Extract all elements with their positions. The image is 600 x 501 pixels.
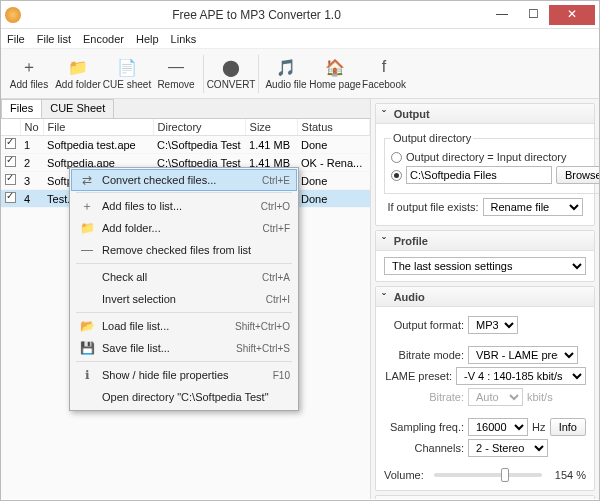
tool-cue-sheet[interactable]: 📄CUE sheet (103, 52, 151, 96)
row-checkbox[interactable] (5, 192, 16, 203)
tool-remove[interactable]: —Remove (152, 52, 200, 96)
col-status[interactable]: Status (297, 119, 369, 136)
facebook-icon: f (374, 57, 394, 77)
radio-output-same[interactable] (391, 152, 402, 163)
menu-item[interactable]: 💾Save file list...Shift+Ctrl+S (72, 337, 296, 359)
menu-item[interactable]: Check allCtrl+A (72, 266, 296, 288)
radio-output-path[interactable] (391, 170, 402, 181)
menu-item-icon: 📂 (78, 319, 96, 333)
close-button[interactable]: ✕ (549, 5, 595, 25)
col-size[interactable]: Size (245, 119, 297, 136)
menu-links[interactable]: Links (171, 33, 197, 45)
tool-audio-file[interactable]: 🎵Audio file (262, 52, 310, 96)
col-file[interactable]: File (43, 119, 153, 136)
menu-item-label: Remove checked files from list (102, 244, 284, 256)
format-select[interactable]: MP3 (468, 316, 518, 334)
bitrate-unit: kbit/s (527, 391, 553, 403)
col-dir[interactable]: Directory (153, 119, 245, 136)
menu-item-label: Add files to list... (102, 200, 255, 212)
bitrate-mode-select[interactable]: VBR - LAME preset (468, 346, 578, 364)
tool-add-folder[interactable]: 📁Add folder (54, 52, 102, 96)
menu-item-icon: ℹ (78, 368, 96, 382)
table-row[interactable]: 1Softpedia test.apeC:\Softpedia Test1.41… (1, 136, 370, 154)
lame-label: LAME preset: (384, 370, 452, 382)
menu-help[interactable]: Help (136, 33, 159, 45)
chevron-down-icon[interactable]: ˇ (382, 108, 386, 120)
menu-separator (76, 312, 292, 313)
output-dir-legend: Output directory (391, 132, 473, 144)
output-title: Output (394, 108, 430, 120)
row-checkbox[interactable] (5, 156, 16, 167)
menu-item[interactable]: 📁Add folder...Ctrl+F (72, 217, 296, 239)
channels-select[interactable]: 2 - Stereo (468, 439, 548, 457)
radio-output-same-label: Output directory = Input directory (406, 151, 567, 163)
cue-sheet-icon: 📄 (117, 57, 137, 77)
remove-icon: — (166, 57, 186, 77)
menu-item-label: Add folder... (102, 222, 257, 234)
menu-item-shortcut: Ctrl+A (262, 272, 290, 283)
menu-item-label: Save file list... (102, 342, 230, 354)
settings-pane: ˇOutput Output directory Output director… (371, 99, 599, 499)
menu-encoder[interactable]: Encoder (83, 33, 124, 45)
col-no[interactable]: No (20, 119, 43, 136)
convert-icon: ⬤ (221, 57, 241, 77)
lame-preset-select[interactable]: -V 4 : 140-185 kbit/s - Medium (456, 367, 586, 385)
exists-select[interactable]: Rename file (483, 198, 583, 216)
app-icon (5, 7, 21, 23)
menu-item[interactable]: —Remove checked files from list (72, 239, 296, 261)
volume-value: 154 % (546, 469, 586, 481)
tool-convert[interactable]: ⬤CONVERT (207, 52, 255, 96)
tab-files[interactable]: Files (1, 99, 42, 118)
menu-item-shortcut: Ctrl+E (262, 175, 290, 186)
menu-item-shortcut: Ctrl+O (261, 201, 290, 212)
additional-panel: ˇAdditional settings Range Start time of… (375, 495, 595, 499)
output-path-input[interactable] (406, 166, 552, 184)
menu-item[interactable]: ⇄Convert checked files...Ctrl+E (71, 169, 297, 191)
tab-cue-sheet[interactable]: CUE Sheet (41, 99, 114, 118)
bitrate-label: Bitrate: (384, 391, 464, 403)
hz-label: Hz (532, 421, 545, 433)
menubar: File File list Encoder Help Links (1, 29, 599, 49)
menu-item-label: Show / hide file properties (102, 369, 267, 381)
menu-separator (76, 263, 292, 264)
menu-item[interactable]: Invert selectionCtrl+I (72, 288, 296, 310)
menu-filelist[interactable]: File list (37, 33, 71, 45)
menu-item-label: Check all (102, 271, 256, 283)
menu-item[interactable]: Open directory "C:\Softpedia Test" (72, 386, 296, 408)
menu-separator (76, 192, 292, 193)
tool-facebook[interactable]: fFacebook (360, 52, 408, 96)
audio-panel: ˇAudio Output format:MP3 Bitrate mode:VB… (375, 286, 595, 491)
menu-item-shortcut: Shift+Ctrl+O (235, 321, 290, 332)
volume-thumb[interactable] (501, 468, 509, 482)
info-button[interactable]: Info (550, 418, 586, 436)
profile-panel: ˇProfile The last session settings (375, 230, 595, 282)
tool-add-files[interactable]: ＋Add files (5, 52, 53, 96)
maximize-button[interactable]: ☐ (518, 5, 548, 25)
audio-file-icon: 🎵 (276, 57, 296, 77)
row-checkbox[interactable] (5, 174, 16, 185)
exists-label: If output file exists: (387, 201, 478, 213)
menu-file[interactable]: File (7, 33, 25, 45)
menu-item-shortcut: Shift+Ctrl+S (236, 343, 290, 354)
menu-item-label: Convert checked files... (102, 174, 256, 186)
chevron-down-icon[interactable]: ˇ (382, 291, 386, 303)
freq-select[interactable]: 16000 (468, 418, 528, 436)
tool-home-page[interactable]: 🏠Home page (311, 52, 359, 96)
volume-label: Volume: (384, 469, 430, 481)
output-panel: ˇOutput Output directory Output director… (375, 103, 595, 226)
context-menu: ⇄Convert checked files...Ctrl+E＋Add file… (69, 167, 299, 411)
profile-select[interactable]: The last session settings (384, 257, 586, 275)
minimize-button[interactable]: — (487, 5, 517, 25)
menu-item-shortcut: Ctrl+F (263, 223, 291, 234)
menu-item-icon: ＋ (78, 198, 96, 215)
menu-item-label: Invert selection (102, 293, 260, 305)
chevron-down-icon[interactable]: ˇ (382, 235, 386, 247)
add-folder-icon: 📁 (68, 57, 88, 77)
row-checkbox[interactable] (5, 138, 16, 149)
menu-item[interactable]: ℹShow / hide file propertiesF10 (72, 364, 296, 386)
menu-item[interactable]: 📂Load file list...Shift+Ctrl+O (72, 315, 296, 337)
browse-button[interactable]: Browse... (556, 166, 599, 184)
window-title: Free APE to MP3 Converter 1.0 (27, 8, 486, 22)
volume-slider[interactable] (434, 473, 542, 477)
menu-item[interactable]: ＋Add files to list...Ctrl+O (72, 195, 296, 217)
